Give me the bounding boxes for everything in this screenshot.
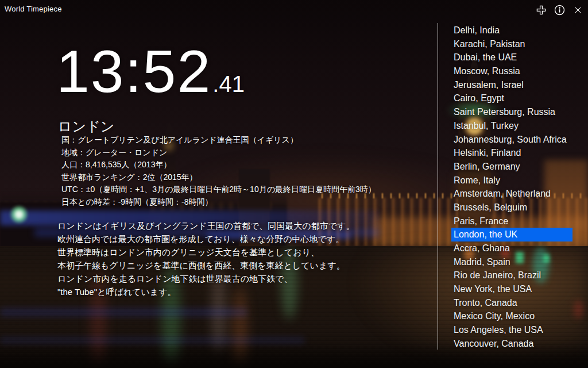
titlebar: World Timepiece xyxy=(0,0,588,18)
city-list-item[interactable]: Moscow, Russia xyxy=(451,64,572,78)
city-list-item[interactable]: Berlin, Germany xyxy=(451,160,572,174)
city-list-item[interactable]: Istanbul, Turkey xyxy=(451,119,572,133)
city-list-item[interactable]: Paris, France xyxy=(451,214,572,228)
city-list-item[interactable]: Accra, Ghana xyxy=(451,241,572,255)
city-list-item[interactable]: Mexico City, Mexico xyxy=(451,309,572,323)
fact-line: 人口：8,416,535人（2013年） xyxy=(61,159,376,171)
clock-hours-minutes: 13:52 xyxy=(56,41,211,101)
description-line: ロンドン市内を走るロンドン地下鉄は世界最古の地下鉄で、 xyxy=(57,272,354,285)
city-list-item[interactable]: Dubai, the UAE xyxy=(451,51,572,64)
city-list-item[interactable]: Tronto, Canada xyxy=(451,296,572,310)
bg-bridge-lamp xyxy=(9,205,29,224)
city-name-heading: ロンドン xyxy=(58,117,114,136)
app-title: World Timepiece xyxy=(5,5,62,13)
description-line: 本初子午線もグリニッジを基準に西側を西経、東側を東経としています。 xyxy=(57,259,354,272)
city-list-item[interactable]: London, the UK xyxy=(451,228,572,241)
city-list-item[interactable]: Brussels, Belguim xyxy=(451,201,572,214)
city-list-item[interactable]: Karachi, Pakistan xyxy=(451,37,572,51)
clock-display: 13:52 .41 xyxy=(56,41,245,101)
toolbar xyxy=(534,3,585,17)
city-list-item[interactable]: Los Angeles, the USA xyxy=(451,323,572,337)
city-list-item[interactable]: New York, the USA xyxy=(451,282,572,296)
description-line: 欧州連合内では最大の都市圏を形成しており、様々な分野の中心地です。 xyxy=(57,232,354,246)
close-button[interactable] xyxy=(571,3,585,17)
city-list-item[interactable]: Amsterdam, Netherland xyxy=(451,187,572,201)
add-city-button[interactable] xyxy=(534,3,548,17)
fact-line: 地域：グレーター・ロンドン xyxy=(61,147,376,159)
city-facts: 国：グレートブリテン及び北アイルランド連合王国（イギリス）地域：グレーター・ロン… xyxy=(61,134,376,208)
app-window: World Timepiece 13:52 xyxy=(0,0,588,368)
description-line: ロンドンはイギリス及びイングランド王国の首都で、同国最大の都市です。 xyxy=(57,219,354,232)
city-list-item[interactable]: Saint Petersburg, Russia xyxy=(451,105,572,119)
city-list-item[interactable]: Johannesburg, South Africa xyxy=(451,133,572,147)
close-icon xyxy=(573,5,583,15)
city-list-item[interactable]: Rio de Janeiro, Brazil xyxy=(451,269,572,282)
city-description: ロンドンはイギリス及びイングランド王国の首都で、同国最大の都市です。欧州連合内で… xyxy=(57,219,354,298)
city-list-item[interactable]: Jerusalem, Israel xyxy=(451,78,572,92)
city-list-item[interactable]: Madrid, Spain xyxy=(451,255,572,269)
clock-seconds: .41 xyxy=(212,72,245,95)
fact-line: UTC：±0（夏時間：+1、3月の最終日曜日午前2時～10月の最終日曜日夏時間午… xyxy=(61,183,376,196)
city-list-item[interactable]: Cairo, Egypt xyxy=(451,91,572,105)
fact-line: 国：グレートブリテン及び北アイルランド連合王国（イギリス） xyxy=(61,134,376,147)
fact-line: 世界都市ランキング：2位（2015年） xyxy=(61,171,376,184)
description-line: 世界標準時はロンドン市内のグリニッジ天文台を基準としており、 xyxy=(57,246,354,259)
city-list-item[interactable]: Vancouver, Canada xyxy=(451,337,572,351)
city-list-item[interactable]: Helsinki, Finland xyxy=(451,146,572,160)
plus-icon xyxy=(536,5,547,16)
fact-line: 日本との時差：-9時間（夏時間：-8時間） xyxy=(61,196,376,209)
info-button[interactable] xyxy=(552,3,566,17)
list-divider xyxy=(438,23,438,350)
info-icon xyxy=(554,4,566,16)
description-line: "the Tube"と呼ばれています。 xyxy=(57,285,354,298)
city-list-item[interactable]: Rome, Italy xyxy=(451,174,572,187)
city-list-item[interactable]: Delhi, India xyxy=(451,24,572,37)
city-list: Delhi, IndiaKarachi, PakistanDubai, the … xyxy=(451,24,572,351)
